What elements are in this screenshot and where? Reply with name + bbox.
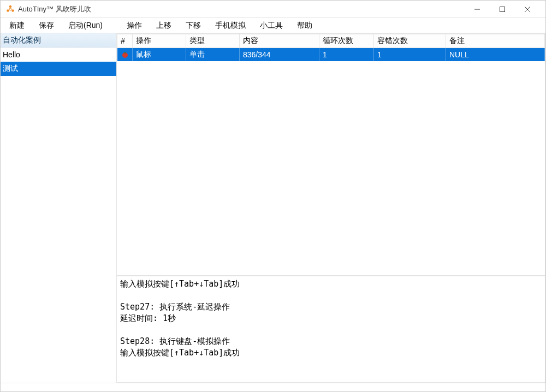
menu-run[interactable]: 启动(Run) — [63, 20, 108, 32]
col-header-loop[interactable]: 循环次数 — [319, 34, 374, 48]
menu-tools[interactable]: 小工具 — [254, 20, 288, 32]
app-icon — [6, 5, 15, 14]
menu-move-down[interactable]: 下移 — [180, 20, 206, 32]
steps-table-container: # 操作 类型 内容 循环次数 容错次数 备注 鼠标单击836/34411NUL… — [117, 33, 545, 276]
status-bar — [1, 383, 545, 391]
cell-type: 单击 — [186, 48, 240, 62]
main-body: 自动化案例 Hello测试 # 操作 类型 内容 循环次数 — [1, 33, 545, 383]
svg-point-1 — [7, 9, 9, 11]
main-panel: # 操作 类型 内容 循环次数 容错次数 备注 鼠标单击836/34411NUL… — [117, 33, 545, 383]
window-minimize-button[interactable] — [465, 1, 490, 18]
window-close-button[interactable] — [515, 1, 540, 18]
app-title: AutoTIny™ 风吹呀儿吹 — [18, 4, 91, 14]
col-header-note[interactable]: 备注 — [446, 34, 545, 48]
sidebar-item[interactable]: 测试 — [1, 62, 116, 76]
svg-point-2 — [11, 9, 14, 11]
sidebar-item[interactable]: Hello — [1, 47, 116, 62]
window-maximize-button[interactable] — [490, 1, 515, 18]
col-header-operation[interactable]: 操作 — [133, 34, 186, 48]
app-window: AutoTIny™ 风吹呀儿吹 新建 保存 启动(Run) 操作 上移 下移 手… — [0, 0, 546, 392]
svg-point-0 — [9, 5, 11, 7]
menu-move-up[interactable]: 上移 — [151, 20, 177, 32]
steps-table: # 操作 类型 内容 循环次数 容错次数 备注 鼠标单击836/34411NUL… — [117, 34, 545, 61]
cell-op: 鼠标 — [133, 48, 186, 62]
red-dot-icon — [121, 51, 129, 60]
cell-fault: 1 — [374, 48, 446, 62]
menu-new[interactable]: 新建 — [4, 20, 30, 32]
svg-point-3 — [9, 8, 11, 10]
svg-rect-9 — [124, 52, 126, 54]
row-index-cell — [117, 48, 133, 62]
col-header-index[interactable]: # — [117, 34, 133, 48]
cell-loop: 1 — [319, 48, 374, 62]
menu-action[interactable]: 操作 — [121, 20, 147, 32]
log-panel[interactable]: 输入模拟按键[↑Tab+↓Tab]成功 Step27: 执行系统-延迟操作 延迟… — [117, 276, 545, 383]
svg-rect-5 — [500, 7, 505, 11]
col-header-type[interactable]: 类型 — [186, 34, 240, 48]
menubar: 新建 保存 启动(Run) 操作 上移 下移 手机模拟 小工具 帮助 — [1, 18, 545, 33]
col-header-fault[interactable]: 容错次数 — [374, 34, 446, 48]
cell-note: NULL — [446, 48, 545, 62]
col-header-content[interactable]: 内容 — [240, 34, 319, 48]
menu-help[interactable]: 帮助 — [292, 20, 318, 32]
table-row[interactable]: 鼠标单击836/34411NULL — [117, 48, 545, 62]
menu-save[interactable]: 保存 — [33, 20, 60, 32]
titlebar: AutoTIny™ 风吹呀儿吹 — [1, 1, 545, 18]
menu-mobile-sim[interactable]: 手机模拟 — [210, 20, 251, 32]
table-header-row: # 操作 类型 内容 循环次数 容错次数 备注 — [117, 34, 545, 48]
sidebar: 自动化案例 Hello测试 — [1, 33, 117, 383]
cell-content: 836/344 — [240, 48, 319, 62]
sidebar-header: 自动化案例 — [1, 33, 116, 47]
